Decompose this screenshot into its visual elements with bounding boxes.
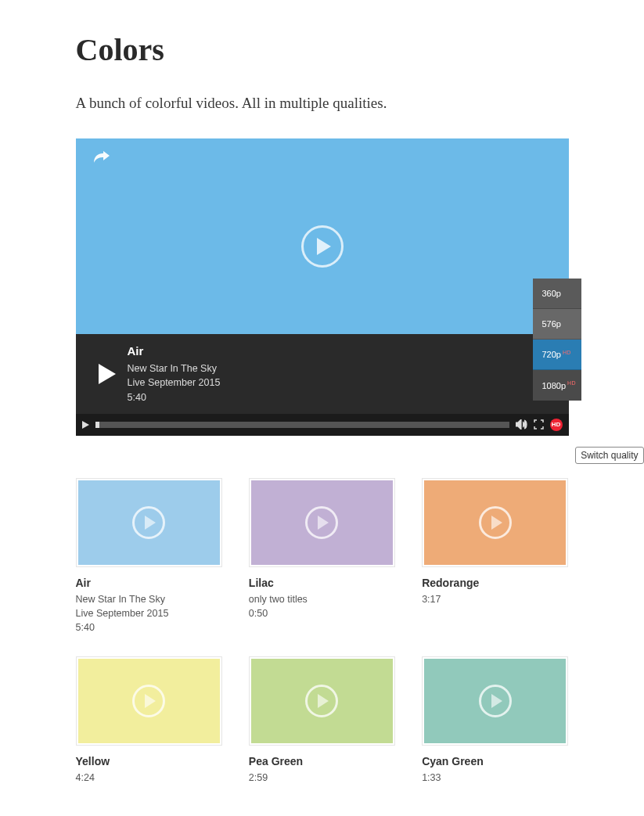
quality-tooltip: Switch quality [575,447,643,464]
player-subtitle-1: New Star In The Sky [128,361,221,376]
video-thumbnail[interactable] [422,478,568,567]
play-overlay-button[interactable] [301,225,344,268]
video-title: Air [76,577,222,589]
progress-bar[interactable] [95,422,509,428]
quality-option-360p[interactable]: 360p [533,279,581,309]
video-thumbnail[interactable] [76,478,222,567]
player-subtitle-2: Live September 2015 [128,376,221,390]
hd-badge: HD [567,380,576,386]
video-card[interactable]: Pea Green2:59 [249,656,395,785]
play-icon [132,685,165,717]
player-info-bar: Air New Star In The Sky Live September 2… [76,334,569,414]
video-thumbnail[interactable] [76,656,222,746]
quality-button[interactable]: HD [550,419,563,431]
video-duration: 3:17 [422,592,568,606]
page-description: A bunch of colorful videos. All in multi… [76,95,569,112]
player-duration: 5:40 [128,390,221,405]
video-surface[interactable]: 360p576p720pHD1080pHD [76,138,569,334]
page-title: Colors [76,31,569,68]
hd-badge: HD [563,350,571,355]
video-thumbnail[interactable] [422,656,568,746]
thumbnail-surface [251,659,393,743]
play-icon [479,685,512,717]
play-icon [305,685,338,717]
video-card[interactable]: Lilaconly two titles0:50 [249,478,395,634]
volume-icon[interactable] [516,419,527,430]
thumbnail-surface [78,480,220,565]
video-title: Pea Green [249,755,395,767]
quality-option-label: 576p [542,319,561,329]
control-bar: HD [76,414,569,436]
video-title: Cyan Green [422,755,568,767]
video-title: Yellow [76,755,222,767]
quality-option-label: 720p [542,350,561,359]
play-icon [305,506,338,539]
thumbnail-surface [78,659,220,743]
video-duration: 5:40 [76,620,222,634]
quality-option-576p[interactable]: 576p [533,309,581,340]
video-duration: 1:33 [422,771,568,785]
hd-badge-text: HD [552,421,561,428]
controlbar-play-button[interactable] [82,421,89,429]
video-subtitle: Live September 2015 [76,606,222,620]
quality-menu: 360p576p720pHD1080pHD [533,279,581,401]
progress-played [95,422,99,428]
quality-option-label: 360p [542,289,561,298]
video-card[interactable]: Cyan Green1:33 [422,656,568,785]
video-thumbnail[interactable] [249,478,395,567]
quality-option-label: 1080p [542,381,567,390]
play-button[interactable] [92,364,123,384]
share-icon[interactable] [93,149,110,164]
quality-option-1080p[interactable]: 1080pHD [533,370,581,401]
video-duration: 2:59 [249,771,395,785]
video-title: Lilac [249,577,395,589]
player-title: Air [128,343,221,361]
video-subtitle: only two titles [249,592,395,606]
thumbnail-surface [251,480,393,565]
thumbnail-surface [424,480,566,565]
video-title: Redorange [422,577,568,589]
video-duration: 4:24 [76,771,222,785]
video-card[interactable]: AirNew Star In The SkyLive September 201… [76,478,222,634]
play-icon [479,506,512,539]
video-duration: 0:50 [249,606,395,620]
play-icon [132,506,165,539]
video-subtitle: New Star In The Sky [76,592,222,606]
video-player: 360p576p720pHD1080pHD Air New Star In Th… [76,138,569,436]
video-thumbnail[interactable] [249,656,395,746]
fullscreen-icon[interactable] [534,419,544,430]
video-grid: AirNew Star In The SkyLive September 201… [76,478,569,785]
quality-option-720p[interactable]: 720pHD [533,340,581,370]
video-card[interactable]: Redorange3:17 [422,478,568,634]
thumbnail-surface [424,659,566,743]
video-card[interactable]: Yellow4:24 [76,656,222,785]
